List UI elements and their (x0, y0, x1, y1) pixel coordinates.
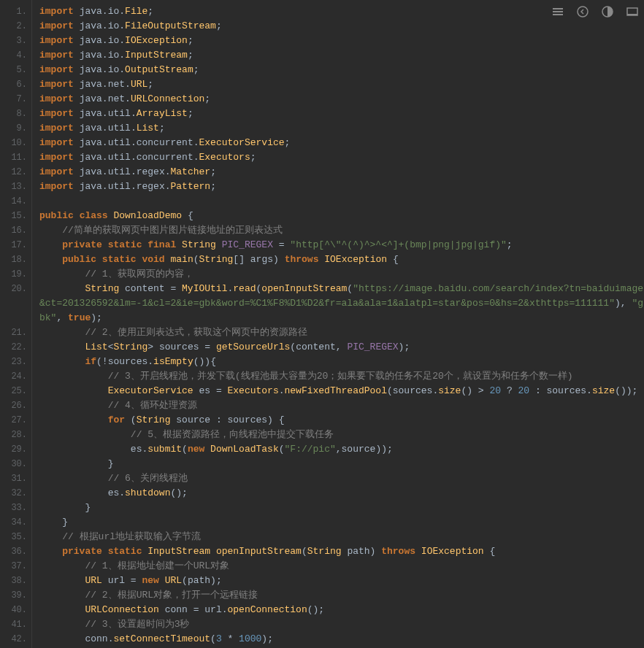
code-line[interactable]: //简单的获取网页中图片图片链接地址的正则表达式 (39, 223, 644, 238)
code-line[interactable]: es.shutdown(); (39, 486, 644, 501)
line-number: 41. (3, 617, 27, 632)
line-number: 8. (3, 107, 27, 121)
line-number: 13. (3, 180, 27, 194)
line-number: 18. (3, 252, 27, 267)
line-number: 22. (3, 340, 27, 355)
list-icon[interactable] (552, 6, 564, 18)
code-line[interactable]: } (39, 457, 644, 471)
code-line[interactable]: import java.util.regex.Pattern; (39, 180, 644, 194)
svg-rect-6 (627, 14, 637, 15)
code-line[interactable]: private static InputStream openInputStre… (39, 544, 644, 559)
code-line[interactable]: private static final String PIC_REGEX = … (39, 238, 644, 252)
line-number: 37. (3, 559, 27, 574)
code-line[interactable]: import java.io.IOException; (39, 34, 644, 48)
svg-point-3 (578, 7, 588, 17)
svg-rect-0 (553, 8, 563, 9)
line-number: 17. (3, 238, 27, 252)
line-number: 25. (3, 384, 27, 398)
code-line[interactable]: import java.util.concurrent.Executors; (39, 150, 644, 165)
code-line[interactable]: // 根据url地址获取输入字节流 (39, 530, 644, 544)
contrast-icon[interactable] (602, 6, 613, 18)
line-number: 36. (3, 544, 27, 559)
line-number: 3. (3, 34, 27, 48)
code-line[interactable]: for (String source : sources) { (39, 413, 644, 428)
line-number: 39. (3, 588, 27, 603)
code-line[interactable]: import java.net.URL; (39, 77, 644, 92)
line-number: 27. (3, 413, 27, 428)
code-line[interactable]: public static void main(String[] args) t… (39, 252, 644, 267)
code-line[interactable]: import java.util.List; (39, 121, 644, 136)
svg-rect-1 (553, 11, 563, 12)
line-gutter: 1.2.3.4.5.6.7.8.9.10.11.12.13.14.15.16.1… (0, 0, 32, 648)
code-line[interactable]: String content = MyIOUtil.read(openInput… (39, 282, 644, 325)
back-icon[interactable] (577, 6, 589, 18)
code-line[interactable] (39, 194, 644, 209)
line-number: 20. (3, 282, 27, 325)
code-line[interactable]: conn.setConnectTimeout(3 * 1000); (39, 632, 644, 647)
line-number: 4. (3, 48, 27, 63)
line-number: 38. (3, 574, 27, 588)
line-number: 10. (3, 136, 27, 150)
code-line[interactable]: // 4、循环处理资源 (39, 398, 644, 413)
line-number: 34. (3, 515, 27, 530)
line-number: 32. (3, 486, 27, 501)
code-line[interactable]: List<String> sources = getSourceUrls(con… (39, 340, 644, 355)
svg-rect-2 (553, 14, 563, 15)
code-line[interactable]: // 6、关闭线程池 (39, 471, 644, 486)
line-number: 21. (3, 325, 27, 340)
line-number: 24. (3, 369, 27, 384)
code-line[interactable]: import java.io.OutputStream; (39, 63, 644, 77)
code-line[interactable]: } (39, 501, 644, 515)
code-line[interactable]: // 1、获取网页的内容， (39, 267, 644, 282)
code-editor[interactable]: 1.2.3.4.5.6.7.8.9.10.11.12.13.14.15.16.1… (0, 0, 644, 648)
code-line[interactable]: URLConnection conn = url.openConnection(… (39, 603, 644, 617)
fullscreen-icon[interactable] (626, 6, 638, 18)
line-number: 12. (3, 165, 27, 180)
line-number: 1. (3, 4, 27, 19)
line-number: 2. (3, 19, 27, 34)
code-line[interactable]: URL url = new URL(path); (39, 574, 644, 588)
line-number: 42. (3, 632, 27, 647)
code-line[interactable]: // 1、根据地址创建一个URL对象 (39, 559, 644, 574)
code-area[interactable]: import java.io.File;import java.io.FileO… (32, 0, 644, 648)
line-number: 23. (3, 355, 27, 369)
line-number: 26. (3, 398, 27, 413)
code-line[interactable]: import java.util.ArrayList; (39, 107, 644, 121)
line-number: 6. (3, 77, 27, 92)
line-number: 15. (3, 209, 27, 223)
code-line[interactable]: import java.io.FileOutputStream; (39, 19, 644, 34)
code-line[interactable]: import java.io.InputStream; (39, 48, 644, 63)
line-number: 40. (3, 603, 27, 617)
code-line[interactable]: // 2、根据URL对象，打开一个远程链接 (39, 588, 644, 603)
code-line[interactable]: if(!sources.isEmpty()){ (39, 355, 644, 369)
line-number: 33. (3, 501, 27, 515)
line-number: 35. (3, 530, 27, 544)
code-line[interactable]: import java.net.URLConnection; (39, 92, 644, 107)
code-line[interactable]: // 3、设置超时间为3秒 (39, 617, 644, 632)
code-line[interactable]: } (39, 515, 644, 530)
line-number: 16. (3, 223, 27, 238)
code-line[interactable]: import java.util.regex.Matcher; (39, 165, 644, 180)
code-line[interactable]: // 3、开启线程池，并发下载(线程池最大容量为20；如果要下载的任务不足20个… (39, 369, 644, 384)
toolbar (552, 6, 638, 18)
line-number: 9. (3, 121, 27, 136)
code-line[interactable]: // 5、根据资源路径，向线程池中提交下载任务 (39, 428, 644, 442)
line-number: 28. (3, 428, 27, 442)
line-number: 19. (3, 267, 27, 282)
line-number: 11. (3, 150, 27, 165)
line-number: 30. (3, 457, 27, 471)
line-number: 7. (3, 92, 27, 107)
code-line[interactable]: // 2、使用正则表达式，获取这个网页中的资源路径 (39, 325, 644, 340)
code-line[interactable]: import java.util.concurrent.ExecutorServ… (39, 136, 644, 150)
code-line[interactable]: ExecutorService es = Executors.newFixedT… (39, 384, 644, 398)
line-number: 31. (3, 471, 27, 486)
code-line[interactable]: es.submit(new DownLoadTask("F://pic",sou… (39, 442, 644, 457)
line-number: 14. (3, 194, 27, 209)
line-number: 5. (3, 63, 27, 77)
code-line[interactable]: public class DownloadDemo { (39, 209, 644, 223)
line-number: 29. (3, 442, 27, 457)
